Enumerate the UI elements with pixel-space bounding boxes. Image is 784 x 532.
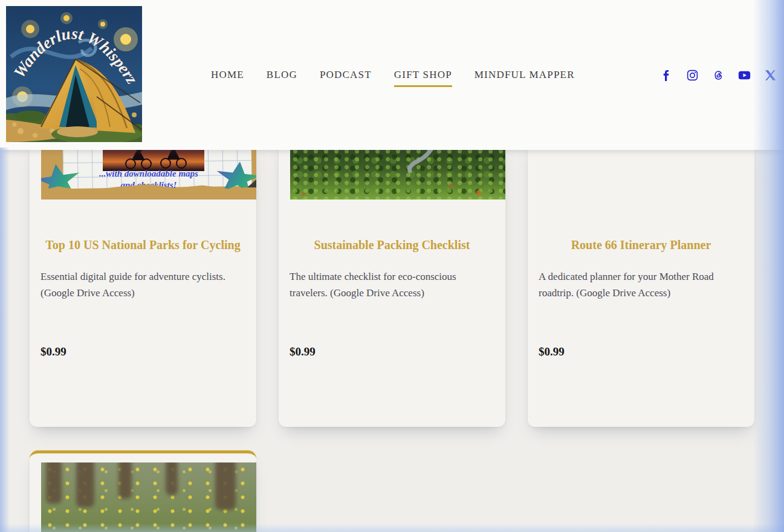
product-title[interactable]: Route 66 Itinerary Planner (543, 237, 739, 253)
product-title[interactable]: Sustainable Packing Checklist (294, 237, 490, 253)
site-header: Wanderlust Whisperz HOME BLOG PODCAST GI… (0, 0, 784, 150)
nav-item-podcast[interactable]: PODCAST (320, 69, 372, 81)
product-card-route66-planner[interactable]: Route 66 Itinerary Planner A dedicated p… (528, 140, 754, 427)
collage-caption-line1: ...with downloadable maps (41, 168, 256, 180)
social-links (660, 0, 777, 150)
main-navigation: HOME BLOG PODCAST GIFT SHOP MINDFUL MAPP… (211, 0, 575, 150)
product-image-dogs-in-park[interactable] (41, 462, 256, 532)
product-description: A dedicated planner for your Mother Road… (539, 268, 744, 301)
facebook-icon[interactable] (660, 69, 673, 82)
nav-item-gift-shop[interactable]: GIFT SHOP (394, 69, 452, 81)
nav-item-blog[interactable]: BLOG (267, 69, 297, 81)
site-logo[interactable]: Wanderlust Whisperz (6, 6, 142, 142)
product-price: $0.99 (290, 344, 316, 360)
product-card-cycling-guide[interactable]: ...with downloadable maps and checklists… (30, 140, 256, 427)
product-card-featured-dogs[interactable] (30, 450, 256, 532)
tree-trunk (46, 462, 62, 504)
nav-item-mindful-mapper[interactable]: MINDFUL MAPPER (475, 69, 575, 81)
product-title[interactable]: Top 10 US National Parks for Cycling (45, 237, 241, 253)
product-description: The ultimate checklist for eco-conscious… (290, 268, 494, 301)
product-card-packing-checklist[interactable]: Sustainable Packing Checklist The ultima… (279, 140, 505, 427)
product-description: Essential digital guide for adventure cy… (40, 268, 245, 301)
tree-trunk (215, 462, 236, 510)
tree-trunk (76, 462, 94, 507)
photo-corner (247, 180, 256, 187)
threads-icon[interactable] (712, 69, 725, 82)
youtube-icon[interactable] (738, 69, 751, 82)
instagram-icon[interactable] (686, 69, 699, 82)
tree-trunk (118, 462, 132, 499)
product-price: $0.99 (40, 344, 66, 360)
x-icon[interactable] (764, 69, 777, 82)
product-price: $0.99 (539, 344, 565, 360)
tree-trunk (166, 462, 178, 495)
nav-item-home[interactable]: HOME (211, 69, 244, 81)
